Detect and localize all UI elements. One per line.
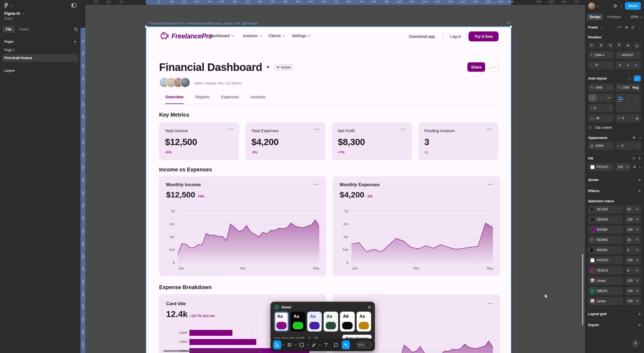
frame-ai-prompt-label[interactable]: A financial dashboard for a freelancing …	[148, 21, 511, 25]
remove-fill-icon[interactable]: −	[638, 165, 641, 170]
tab-assets[interactable]: Assets	[16, 26, 32, 33]
auto-layout-active-icon[interactable]: ▭	[634, 75, 641, 81]
close-icon[interactable]	[368, 305, 371, 309]
design-share-button[interactable]: Share	[467, 62, 485, 72]
fill-color-field[interactable]: FFFAFF	[588, 163, 613, 171]
user-avatar[interactable]	[588, 2, 595, 9]
selection-color-field[interactable]: 800080	[588, 226, 623, 234]
dev-mode-icon[interactable]: </>	[617, 26, 622, 29]
add-page-button[interactable]: +	[74, 39, 76, 44]
horizontal-padding-field[interactable]: |○|48	[588, 114, 613, 122]
login-link[interactable]: Log in	[450, 34, 461, 39]
zoom-level[interactable]: 100%	[630, 15, 642, 19]
theme-swatch-5[interactable]: AA	[340, 312, 354, 332]
color-swatch[interactable]	[590, 228, 595, 232]
selection-color-field[interactable]: 281B28	[588, 215, 623, 224]
design-tab-overview[interactable]: Overview	[166, 95, 184, 104]
align-center-h-icon[interactable]	[597, 42, 605, 49]
flip-vertical-icon[interactable]: ⥮	[632, 62, 640, 69]
avatar[interactable]	[180, 77, 190, 88]
theme-swatch-2[interactable]: Aa	[291, 312, 305, 332]
flip-horizontal-icon[interactable]: ⇋	[624, 62, 632, 69]
selection-color-field[interactable]: Linear	[588, 277, 623, 285]
add-export-icon[interactable]: +	[638, 323, 641, 327]
clip-content-checkbox[interactable]: ✓ Clip content	[588, 125, 641, 130]
selection-color-field[interactable]: 000000	[588, 246, 623, 254]
design-tab-invoices[interactable]: Invoices	[251, 95, 265, 104]
card-menu-icon[interactable]: ···	[228, 127, 234, 132]
layout-horizontal-icon[interactable]: →	[597, 94, 605, 101]
selection-color-field[interactable]: 6E496E	[588, 236, 623, 244]
comment-tool[interactable]	[332, 340, 340, 349]
workspace-name[interactable]: Figma AI	[4, 11, 76, 16]
download-app-link[interactable]: Download app	[409, 34, 435, 39]
color-swatch[interactable]	[590, 248, 595, 252]
chevron-down-icon[interactable]	[620, 4, 622, 7]
color-swatch[interactable]	[590, 268, 595, 273]
selection-color-opacity[interactable]: 100%	[625, 287, 641, 295]
metric-card-total-income[interactable]: Total Income···$12,500+5%	[159, 123, 239, 160]
code-icon[interactable]: </>	[507, 21, 511, 25]
align-center-v-icon[interactable]	[624, 42, 632, 49]
monthly-expenses-card[interactable]: Monthly Expenses···$4,200-2%JulJunAprFeb…	[333, 176, 500, 276]
color-swatch[interactable]	[590, 238, 595, 242]
selection-color-field[interactable]: 7E257E	[588, 266, 623, 275]
card-menu-icon[interactable]: ···	[401, 127, 407, 132]
nav-item-dashboard[interactable]: Dashboard	[210, 33, 233, 38]
chevron-down-icon[interactable]	[282, 343, 284, 345]
tab-prototype[interactable]: Prototype	[604, 14, 623, 20]
try-it-free-button[interactable]: Try it free	[469, 31, 499, 41]
color-swatch[interactable]	[590, 279, 595, 283]
add-layout-grid-icon[interactable]: +	[638, 312, 641, 316]
pen-tool[interactable]	[310, 340, 318, 349]
color-swatch[interactable]	[590, 289, 595, 293]
color-swatch[interactable]	[590, 165, 595, 169]
color-swatch[interactable]	[590, 217, 595, 222]
gap-field[interactable]: ≡0	[588, 104, 613, 112]
selection-color-field[interactable]: 2E142E	[588, 205, 623, 213]
align-bottom-icon[interactable]	[633, 42, 641, 49]
text-tool[interactable]	[322, 340, 330, 349]
ai-tool[interactable]	[342, 340, 350, 349]
color-swatch[interactable]	[590, 207, 595, 211]
search-icon[interactable]	[74, 27, 78, 31]
tab-design[interactable]: Design	[587, 14, 603, 20]
y-position-field[interactable]: Y4244.67	[616, 51, 641, 59]
move-tool[interactable]	[273, 340, 281, 349]
add-effect-icon[interactable]: +	[638, 189, 641, 193]
rotate-icon[interactable]: ⟲	[616, 62, 624, 69]
selection-handle[interactable]	[510, 26, 512, 28]
fill-opacity-field[interactable]: 100%	[615, 163, 631, 171]
alignment-matrix[interactable]	[616, 94, 641, 112]
selection-color-opacity[interactable]: 62%	[625, 205, 641, 213]
sidebar-item-first-draft-feature[interactable]: First Draft Feature	[2, 54, 78, 62]
align-right-icon[interactable]	[606, 42, 614, 49]
theme-swatch-4[interactable]: Aa	[324, 312, 338, 332]
rotation-field[interactable]: ∟0°	[588, 61, 613, 69]
opacity-field[interactable]: ▨100%	[588, 142, 613, 150]
blend-drop-icon[interactable]: ◔	[639, 136, 641, 140]
x-position-field[interactable]: X2384.4	[588, 51, 613, 59]
selection-color-opacity[interactable]: 100%	[625, 277, 641, 285]
metric-card-net-profit[interactable]: Net Profit···$8,300+7%	[332, 123, 412, 160]
design-tab-expenses[interactable]: Expenses	[221, 95, 239, 104]
chevron-down-icon[interactable]	[319, 343, 321, 345]
nav-item-clients[interactable]: Clients	[268, 33, 284, 38]
dev-mode-toggle[interactable]: </>	[356, 341, 372, 349]
visibility-eye-icon[interactable]: 👁	[632, 136, 636, 140]
card-menu-icon[interactable]: ···	[487, 127, 493, 132]
expand-icon[interactable]: ⛶	[628, 77, 631, 80]
more-button[interactable]: ···	[488, 62, 499, 72]
vertical-padding-field[interactable]: ⊼0▣	[616, 114, 641, 122]
metric-card-pending-invoices[interactable]: Pending Invoices···3+1	[418, 123, 498, 160]
height-field[interactable]: H1788Hug	[616, 84, 641, 92]
selection-color-opacity[interactable]: 100%	[625, 256, 641, 264]
selection-handle[interactable]	[145, 26, 147, 28]
theme-swatch-6[interactable]: Aa	[357, 312, 371, 332]
monthly-income-card[interactable]: Monthly Income···$12,500+5%JulJunAprFeb$…	[159, 176, 326, 276]
component-icon[interactable]: ❖	[625, 26, 628, 29]
metric-card-total-expenses[interactable]: Total Expenses···$4,200-2%	[246, 123, 325, 160]
card-menu-icon[interactable]: ···	[314, 127, 320, 132]
canvas-horizontal-scrollbar[interactable]	[163, 350, 262, 352]
chevron-down-icon[interactable]	[10, 4, 13, 6]
